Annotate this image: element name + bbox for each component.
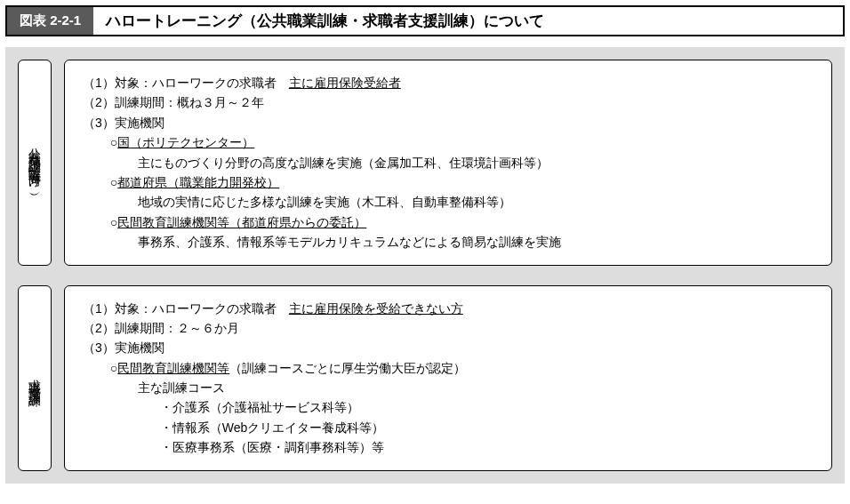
circle-prefix: ○ <box>110 361 117 375</box>
sub-item: ○都道府県（職業能力開発校） <box>83 172 814 192</box>
outer-box: 公共職業訓練（離職者向け） （1）対象：ハローワークの求職者 主に雇用保険受給者… <box>5 47 845 484</box>
sub-item: ○民間教育訓練機関等（訓練コースごとに厚生労働大臣が認定） <box>83 358 814 378</box>
section-row: 公共職業訓練（離職者向け） （1）対象：ハローワークの求職者 主に雇用保険受給者… <box>18 60 832 266</box>
underlined-text: 主に雇用保険受給者 <box>289 76 401 90</box>
underlined-text: 民間教育訓練機関等（都道府県からの委託） <box>117 215 366 229</box>
text: 対象：ハローワークの求職者 <box>115 301 289 316</box>
text: 対象：ハローワークの求職者 <box>115 76 289 90</box>
description: 主にものづくり分野の高度な訓練を実施（金属加工科、住環境計画科等） <box>83 153 814 172</box>
underlined-text: 民間教育訓練機関等 <box>117 361 229 375</box>
list-item: （3）実施機関 <box>83 338 814 357</box>
list-item: （2）訓練期間：概ね３月～２年 <box>83 92 814 112</box>
side-label-public-training: 公共職業訓練（離職者向け） <box>18 60 52 266</box>
figure-title: ハロートレーニング（公共職業訓練・求職者支援訓練）について <box>93 7 843 35</box>
section-row: 求職者支援訓練 （1）対象：ハローワークの求職者 主に雇用保険を受給できない方 … <box>18 285 832 471</box>
bullet-item: ・情報系（Webクリエイター養成科等） <box>83 418 814 437</box>
figure-number-tag: 図表 2-2-1 <box>7 7 93 35</box>
sub-item: ○民間教育訓練機関等（都道府県からの委託） <box>83 212 814 232</box>
text: （訓練コースごとに厚生労働大臣が認定） <box>229 361 466 375</box>
list-item: （3）実施機関 <box>83 113 814 132</box>
description: 主な訓練コース <box>83 378 814 397</box>
list-item: （1）対象：ハローワークの求職者 主に雇用保険を受給できない方 <box>83 299 814 318</box>
underlined-text: 主に雇用保険を受給できない方 <box>289 301 463 316</box>
circle-prefix: ○ <box>110 135 117 149</box>
list-item: （1）対象：ハローワークの求職者 主に雇用保険受給者 <box>83 73 814 92</box>
circle-prefix: ○ <box>110 215 117 229</box>
page: 図表 2-2-1 ハロートレーニング（公共職業訓練・求職者支援訓練）について 公… <box>0 5 850 484</box>
item-number: （1） <box>83 301 115 316</box>
underlined-text: 都道府県（職業能力開発校） <box>117 175 279 189</box>
sub-item: ○国（ポリテクセンター） <box>83 132 814 152</box>
item-number: （1） <box>83 76 115 90</box>
side-label-jobseeker-training: 求職者支援訓練 <box>18 285 52 471</box>
content-box-public-training: （1）対象：ハローワークの求職者 主に雇用保険受給者 （2）訓練期間：概ね３月～… <box>64 60 832 266</box>
content-box-jobseeker-training: （1）対象：ハローワークの求職者 主に雇用保険を受給できない方 （2）訓練期間：… <box>64 285 832 471</box>
description: 地域の実情に応じた多様な訓練を実施（木工科、自動車整備科等） <box>83 192 814 212</box>
bullet-item: ・介護系（介護福祉サービス科等） <box>83 397 814 417</box>
underlined-text: 国（ポリテクセンター） <box>117 135 254 149</box>
circle-prefix: ○ <box>110 175 117 189</box>
bullet-item: ・医療事務系（医療・調剤事務科等）等 <box>83 437 814 457</box>
list-item: （2）訓練期間：２～６か月 <box>83 318 814 338</box>
description: 事務系、介護系、情報系等モデルカリキュラムなどによる簡易な訓練を実施 <box>83 232 814 252</box>
title-bar: 図表 2-2-1 ハロートレーニング（公共職業訓練・求職者支援訓練）について <box>5 5 845 36</box>
